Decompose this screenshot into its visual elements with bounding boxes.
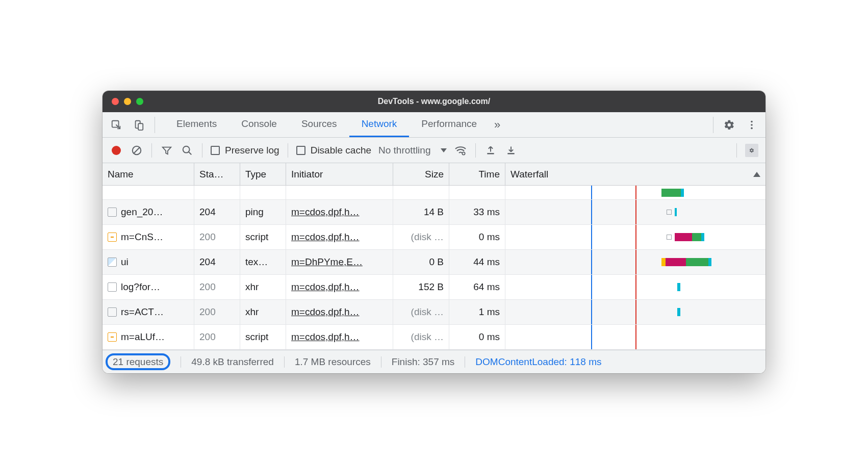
network-conditions-icon[interactable]	[454, 144, 467, 157]
tab-elements[interactable]: Elements	[164, 112, 229, 137]
svg-point-5	[751, 127, 753, 129]
load-event-line	[635, 250, 636, 274]
request-time: 1 ms	[449, 300, 505, 324]
network-settings-gear-icon[interactable]	[745, 144, 758, 157]
network-table-header: Name Sta… Type Initiator Size Time Water…	[103, 163, 765, 186]
request-status: 204	[194, 250, 240, 274]
preserve-log-label: Preserve log	[225, 145, 279, 156]
summary-transferred: 49.8 kB transferred	[181, 356, 285, 368]
network-summary-strip: 21 requests 49.8 kB transferred 1.7 MB r…	[103, 350, 765, 373]
tab-network[interactable]: Network	[349, 112, 410, 137]
summary-requests: 21 requests	[106, 353, 170, 370]
export-har-icon[interactable]	[504, 144, 518, 157]
request-size: 152 B	[393, 275, 449, 299]
waterfall-bar	[667, 233, 704, 242]
more-tabs-icon[interactable]: »	[489, 118, 505, 132]
record-button[interactable]	[110, 144, 123, 157]
maximize-window-button[interactable]	[136, 98, 143, 105]
devtools-window: DevTools - www.google.com/ ElementsConso…	[103, 91, 765, 373]
load-event-line	[635, 300, 636, 324]
svg-rect-2	[138, 123, 143, 130]
request-status: 200	[194, 300, 240, 324]
tab-performance[interactable]: Performance	[409, 112, 489, 137]
file-type-icon	[108, 233, 117, 242]
request-initiator-link[interactable]: m=cdos,dpf,h…	[291, 331, 360, 343]
close-window-button[interactable]	[112, 98, 119, 105]
request-name: m=CnS…	[121, 231, 163, 243]
load-event-line	[635, 186, 636, 199]
column-header-name[interactable]: Name	[103, 163, 194, 185]
file-type-icon	[108, 332, 117, 342]
request-initiator-link[interactable]: m=cdos,dpf,h…	[291, 306, 360, 318]
column-header-type[interactable]: Type	[240, 163, 286, 185]
waterfall-bar	[661, 188, 684, 197]
table-row[interactable]: log?for…200xhrm=cdos,dpf,h…152 B64 ms	[103, 275, 765, 300]
svg-point-3	[751, 120, 753, 122]
request-status: 200	[194, 275, 240, 299]
request-initiator-link[interactable]: m=cdos,dpf,h…	[291, 207, 360, 218]
column-header-initiator[interactable]: Initiator	[286, 163, 393, 185]
request-initiator-link[interactable]: m=DhPYme,E…	[291, 256, 363, 268]
request-size: 0 B	[393, 250, 449, 274]
tab-sources[interactable]: Sources	[289, 112, 349, 137]
disable-cache-checkbox[interactable]: Disable cache	[296, 145, 371, 156]
throttling-label: No throttling	[378, 145, 430, 156]
table-row[interactable]: m=aLUf…200scriptm=cdos,dpf,h…(disk …0 ms	[103, 325, 765, 350]
domcontentloaded-line	[591, 200, 592, 224]
request-waterfall-cell	[505, 275, 765, 299]
domcontentloaded-line	[591, 225, 592, 249]
table-row[interactable]: gen_20…204pingm=cdos,dpf,h…14 B33 ms	[103, 200, 765, 225]
search-icon[interactable]	[181, 144, 194, 157]
load-event-line	[635, 325, 636, 349]
clear-log-icon[interactable]	[130, 144, 143, 157]
request-name: m=aLUf…	[121, 331, 165, 343]
column-header-waterfall[interactable]: Waterfall	[505, 163, 765, 185]
minimize-window-button[interactable]	[124, 98, 131, 105]
request-status: 200	[194, 325, 240, 349]
request-name: rs=ACT…	[121, 306, 164, 318]
request-time: 64 ms	[449, 275, 505, 299]
request-time: 0 ms	[449, 225, 505, 249]
network-toolbar: Preserve log Disable cache No throttling	[103, 138, 765, 163]
column-header-status[interactable]: Sta…	[194, 163, 240, 185]
column-header-size[interactable]: Size	[393, 163, 449, 185]
network-table-body: gen_20…204pingm=cdos,dpf,h…14 B33 msm=Cn…	[103, 200, 765, 350]
preserve-log-checkbox[interactable]: Preserve log	[211, 145, 279, 156]
load-event-line	[635, 275, 636, 299]
traffic-lights	[103, 98, 143, 105]
request-type: xhr	[240, 300, 286, 324]
request-type: script	[240, 325, 286, 349]
request-time: 33 ms	[449, 200, 505, 224]
svg-line-9	[189, 151, 192, 154]
device-toolbar-icon[interactable]	[132, 118, 145, 132]
request-status: 200	[194, 225, 240, 249]
waterfall-bar	[677, 282, 680, 292]
request-initiator-link[interactable]: m=cdos,dpf,h…	[291, 231, 360, 243]
domcontentloaded-line	[591, 300, 592, 324]
kebab-menu-icon[interactable]	[745, 118, 758, 132]
request-type: tex…	[240, 250, 286, 274]
request-size: (disk …	[393, 225, 449, 249]
table-row[interactable]: ui204tex…m=DhPYme,E…0 B44 ms	[103, 250, 765, 275]
table-row[interactable]: m=CnS…200scriptm=cdos,dpf,h…(disk …0 ms	[103, 225, 765, 250]
domcontentloaded-line	[591, 250, 592, 274]
throttling-select[interactable]: No throttling	[378, 145, 447, 156]
tab-console[interactable]: Console	[229, 112, 289, 137]
request-time: 0 ms	[449, 325, 505, 349]
settings-gear-icon[interactable]	[723, 118, 736, 132]
waterfall-bar	[667, 208, 677, 217]
request-type: ping	[240, 200, 286, 224]
table-row[interactable]: rs=ACT…200xhrm=cdos,dpf,h…(disk …1 ms	[103, 300, 765, 325]
filter-icon[interactable]	[160, 144, 173, 157]
inspect-element-icon[interactable]	[110, 118, 123, 132]
column-header-time[interactable]: Time	[449, 163, 505, 185]
request-waterfall-cell	[505, 225, 765, 249]
request-size: 14 B	[393, 200, 449, 224]
import-har-icon[interactable]	[484, 144, 497, 157]
request-waterfall-cell	[505, 300, 765, 324]
svg-line-7	[134, 147, 140, 153]
request-initiator-link[interactable]: m=cdos,dpf,h…	[291, 281, 360, 293]
summary-finish: Finish: 357 ms	[381, 356, 466, 368]
request-name: ui	[121, 256, 129, 268]
titlebar: DevTools - www.google.com/	[103, 91, 765, 112]
